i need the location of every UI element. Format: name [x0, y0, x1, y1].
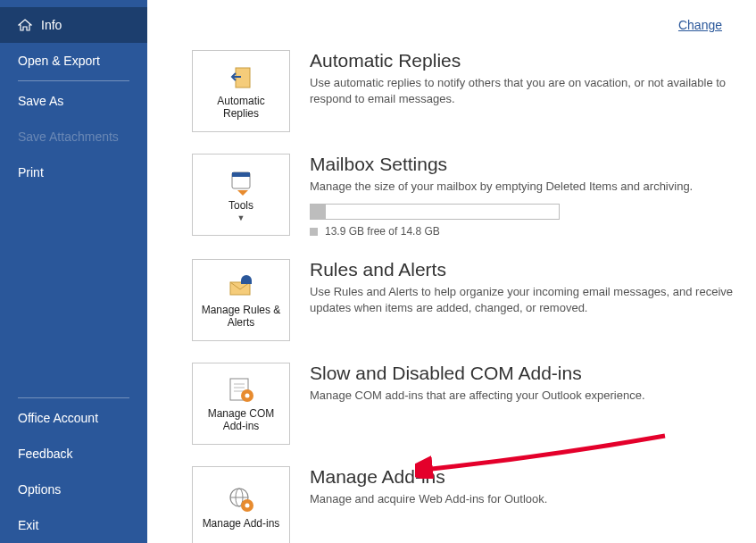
- sidebar-item-print[interactable]: Print: [0, 155, 147, 190]
- mailbox-quota-text: 13.9 GB free of 14.8 GB: [310, 225, 735, 238]
- sidebar-item-office-account[interactable]: Office Account: [0, 400, 147, 436]
- sidebar-item-open-export[interactable]: Open & Export: [0, 43, 147, 79]
- sidebar-item-info[interactable]: Info: [0, 7, 147, 43]
- section-heading-automatic-replies: Automatic Replies: [310, 50, 735, 71]
- automatic-replies-icon: [227, 63, 255, 91]
- web-addins-icon: [227, 485, 255, 514]
- sidebar-separator: [18, 80, 129, 81]
- tile-tools[interactable]: Tools ▼: [192, 154, 290, 236]
- tile-label: Automatic Replies: [193, 95, 289, 121]
- section-heading-rules-alerts: Rules and Alerts: [310, 259, 735, 280]
- section-desc-com-addins: Manage COM add-ins that are affecting yo…: [310, 388, 735, 404]
- sidebar-item-exit[interactable]: Exit: [0, 507, 147, 543]
- section-desc-mailbox-settings: Manage the size of your mailbox by empty…: [310, 179, 735, 195]
- section-heading-manage-addins: Manage Add-ins: [310, 466, 735, 488]
- rules-alerts-icon: [227, 272, 255, 300]
- section-desc-manage-addins: Manage and acquire Web Add-ins for Outlo…: [310, 491, 735, 507]
- tile-label: Tools: [223, 199, 259, 212]
- mailbox-quota-fill: [311, 205, 326, 219]
- tile-label: Manage Add-ins: [197, 517, 286, 530]
- svg-rect-2: [232, 172, 250, 177]
- tile-manage-addins[interactable]: Manage Add-ins: [192, 466, 290, 543]
- tile-automatic-replies[interactable]: Automatic Replies: [192, 50, 290, 132]
- sidebar-item-feedback[interactable]: Feedback: [0, 436, 147, 472]
- tools-icon: [227, 167, 255, 196]
- svg-point-9: [245, 393, 250, 397]
- sidebar-label-info: Info: [41, 18, 62, 32]
- annotation-arrow-info: [147, 0, 192, 46]
- sidebar-separator: [18, 397, 129, 398]
- section-desc-rules-alerts: Use Rules and Alerts to help organize yo…: [310, 284, 735, 316]
- tile-manage-rules-alerts[interactable]: Manage Rules & Alerts: [192, 259, 290, 341]
- mailbox-quota-bar: [310, 204, 560, 220]
- tile-label: Manage Rules & Alerts: [193, 304, 289, 330]
- change-account-link[interactable]: Change: [678, 18, 722, 32]
- main-content: Change Automatic Replies Automatic Repli…: [147, 0, 756, 543]
- tile-manage-com-addins[interactable]: Manage COM Add-ins: [192, 363, 290, 445]
- sidebar-item-save-attachments: Save Attachments: [0, 119, 147, 155]
- sidebar-item-options[interactable]: Options: [0, 472, 147, 507]
- section-heading-mailbox-settings: Mailbox Settings: [310, 154, 735, 175]
- tile-label: Manage COM Add-ins: [193, 407, 289, 433]
- svg-point-14: [245, 503, 250, 507]
- com-addins-icon: [227, 375, 255, 404]
- quota-legend-square: [310, 228, 318, 236]
- section-heading-com-addins: Slow and Disabled COM Add-ins: [310, 363, 735, 384]
- section-desc-automatic-replies: Use automatic replies to notify others t…: [310, 75, 735, 107]
- home-icon: [18, 19, 32, 31]
- dropdown-caret-icon: ▼: [237, 213, 245, 222]
- backstage-sidebar: Info Open & Export Save As Save Attachme…: [0, 0, 147, 543]
- sidebar-item-save-as[interactable]: Save As: [0, 83, 147, 119]
